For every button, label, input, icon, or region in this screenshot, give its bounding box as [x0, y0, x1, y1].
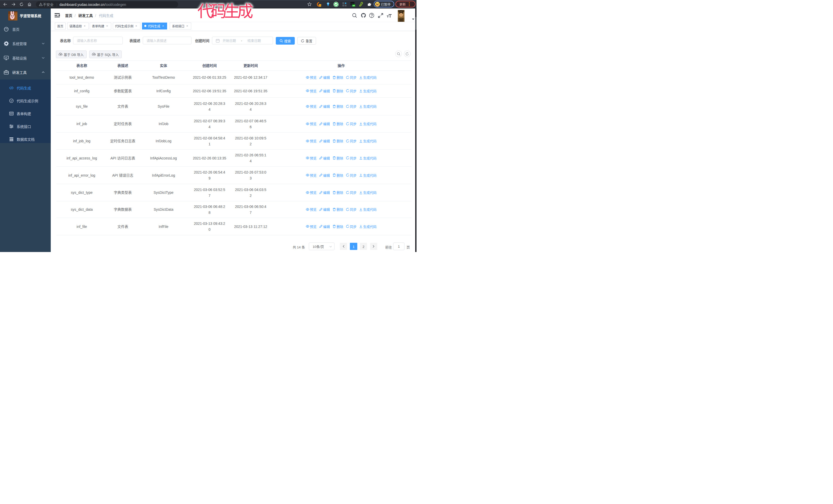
svg-text:on: on — [352, 4, 355, 7]
svg-text:1: 1 — [319, 4, 320, 7]
